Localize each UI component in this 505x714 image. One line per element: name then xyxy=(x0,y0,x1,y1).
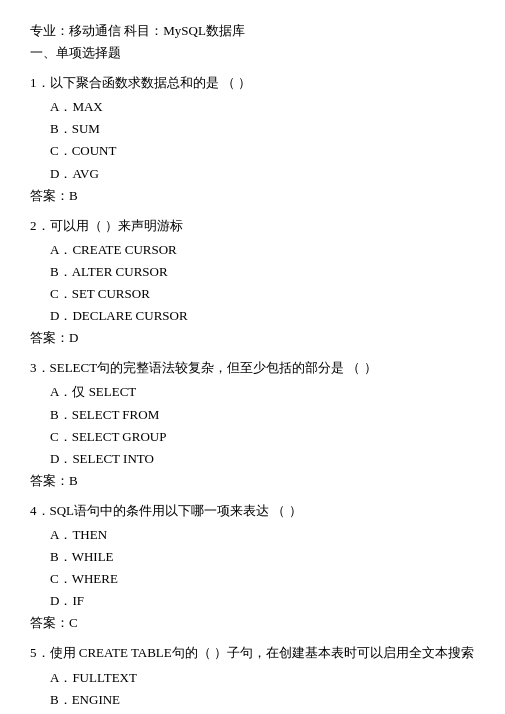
question-1-answer: 答案：B xyxy=(30,185,475,207)
question-1-text: 1．以下聚合函数求数据总和的是 （ ） xyxy=(30,72,475,94)
question-2: 2．可以用（ ）来声明游标A．CREATE CURSORB．ALTER CURS… xyxy=(30,215,475,350)
question-3: 3．SELECT句的完整语法较复杂，但至少包括的部分是 （ ）A．仅 SELEC… xyxy=(30,357,475,492)
question-2-option-0: A．CREATE CURSOR xyxy=(30,239,475,261)
question-3-text: 3．SELECT句的完整语法较复杂，但至少包括的部分是 （ ） xyxy=(30,357,475,379)
question-5: 5．使用 CREATE TABLE句的（ ）子句，在创建基本表时可以启用全文本搜… xyxy=(30,642,475,714)
question-2-text: 2．可以用（ ）来声明游标 xyxy=(30,215,475,237)
question-3-answer: 答案：B xyxy=(30,470,475,492)
question-4-option-0: A．THEN xyxy=(30,524,475,546)
question-1: 1．以下聚合函数求数据总和的是 （ ）A．MAXB．SUMC．COUNTD．AV… xyxy=(30,72,475,207)
question-2-answer: 答案：D xyxy=(30,327,475,349)
question-4-answer: 答案：C xyxy=(30,612,475,634)
header-line1: 专业：移动通信 科目：MySQL数据库 xyxy=(30,20,475,42)
question-1-option-2: C．COUNT xyxy=(30,140,475,162)
question-1-option-0: A．MAX xyxy=(30,96,475,118)
question-2-option-3: D．DECLARE CURSOR xyxy=(30,305,475,327)
question-4-text: 4．SQL语句中的条件用以下哪一项来表达 （ ） xyxy=(30,500,475,522)
question-3-option-0: A．仅 SELECT xyxy=(30,381,475,403)
question-4-option-1: B．WHILE xyxy=(30,546,475,568)
question-2-option-2: C．SET CURSOR xyxy=(30,283,475,305)
header: 专业：移动通信 科目：MySQL数据库 一、单项选择题 xyxy=(30,20,475,64)
question-2-option-1: B．ALTER CURSOR xyxy=(30,261,475,283)
question-1-option-1: B．SUM xyxy=(30,118,475,140)
question-4: 4．SQL语句中的条件用以下哪一项来表达 （ ）A．THENB．WHILEC．W… xyxy=(30,500,475,635)
question-5-text: 5．使用 CREATE TABLE句的（ ）子句，在创建基本表时可以启用全文本搜… xyxy=(30,642,475,664)
header-line2: 一、单项选择题 xyxy=(30,42,475,64)
question-1-option-3: D．AVG xyxy=(30,163,475,185)
question-3-option-2: C．SELECT GROUP xyxy=(30,426,475,448)
question-3-option-1: B．SELECT FROM xyxy=(30,404,475,426)
question-4-option-3: D．IF xyxy=(30,590,475,612)
question-5-option-1: B．ENGINE xyxy=(30,689,475,711)
question-4-option-2: C．WHERE xyxy=(30,568,475,590)
question-3-option-3: D．SELECT INTO xyxy=(30,448,475,470)
question-5-option-0: A．FULLTEXT xyxy=(30,667,475,689)
